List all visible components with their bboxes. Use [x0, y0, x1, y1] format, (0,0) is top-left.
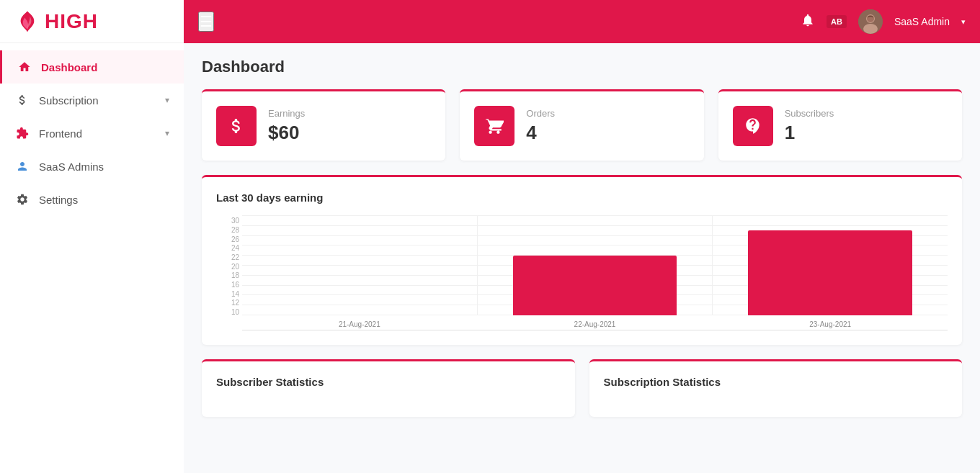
chart-section: Last 30 days earning 10 12 14 16 18 20 2…	[202, 175, 962, 345]
puzzle-icon	[14, 125, 30, 141]
sidebar-item-dashboard[interactable]: Dashboard	[0, 50, 184, 84]
sidebar-item-subscription[interactable]: Subscription ▾	[0, 84, 184, 117]
svg-point-2	[863, 24, 878, 34]
subscribers-info: Subscribers 1	[785, 108, 834, 144]
home-icon	[17, 59, 32, 75]
y-label: 12	[216, 299, 242, 307]
ab-badge[interactable]: AB	[827, 15, 847, 28]
sidebar-item-label: Subscription	[39, 94, 99, 107]
subscription-stats-title: Subscription Statistics	[604, 376, 948, 388]
avatar[interactable]	[858, 9, 883, 34]
chart-area: 21-Aug-2021 22-Aug-2021 23-Aug-2021	[242, 215, 948, 330]
cart-icon	[485, 117, 504, 135]
y-axis: 10 12 14 16 18 20 22 24 26 28 30	[216, 215, 242, 330]
y-label: 30	[216, 217, 242, 225]
topbar-right: AB SaaS Admin ▾	[801, 9, 966, 34]
logo-icon	[14, 9, 40, 35]
y-label: 28	[216, 226, 242, 234]
bottom-row: Subscriber Statistics Subscription Stati…	[202, 359, 962, 417]
sidebar-item-label: Frontend	[39, 127, 82, 140]
sidebar-nav: Dashboard Subscription ▾ Frontend ▾ SaaS…	[0, 43, 184, 223]
earnings-label: Earnings	[268, 108, 305, 119]
subscriber-stats-title: Subscriber Statistics	[216, 376, 561, 388]
y-label: 16	[216, 281, 242, 289]
avatar-image	[858, 9, 883, 34]
orders-icon-box	[474, 106, 514, 146]
user-icon	[14, 158, 30, 174]
content-area: Dashboard Earnings $60 Orders	[184, 43, 980, 473]
earnings-card: Earnings $60	[202, 89, 445, 161]
main-area: ☰ AB SaaS Admin ▾ Dashboard	[184, 0, 980, 473]
chart-container: 10 12 14 16 18 20 22 24 26 28 30	[216, 215, 948, 330]
username-label[interactable]: SaaS Admin	[894, 16, 950, 27]
y-label: 14	[216, 290, 242, 298]
logo-area: HIGH	[0, 0, 184, 43]
subscribers-icon-box	[733, 106, 773, 146]
bars-area: 21-Aug-2021 22-Aug-2021 23-Aug-2021	[242, 215, 948, 315]
chevron-down-icon: ▾	[165, 95, 169, 105]
earnings-icon-box	[216, 106, 257, 146]
sidebar-item-settings[interactable]: Settings	[0, 183, 184, 216]
sidebar: HIGH Dashboard Subscription ▾ Frontend ▾	[0, 0, 184, 473]
subscribers-label: Subscribers	[785, 108, 834, 119]
chart-title: Last 30 days earning	[216, 192, 948, 204]
orders-value: 4	[526, 122, 555, 144]
topbar: ☰ AB SaaS Admin ▾	[184, 0, 980, 43]
orders-card: Orders 4	[460, 89, 703, 161]
y-label: 10	[216, 308, 242, 316]
orders-info: Orders 4	[526, 108, 555, 144]
subscribers-value: 1	[785, 122, 834, 144]
bar-label-3: 23-Aug-2021	[809, 320, 851, 328]
hamburger-button[interactable]: ☰	[198, 12, 214, 32]
dollar-sign-icon	[227, 117, 246, 135]
bar-group-1: 21-Aug-2021	[242, 215, 478, 315]
y-label: 24	[216, 244, 242, 252]
sidebar-item-frontend[interactable]: Frontend ▾	[0, 117, 184, 150]
subscriber-stats-card: Subscriber Statistics	[202, 359, 575, 417]
y-label: 18	[216, 271, 242, 279]
sidebar-item-label: SaaS Admins	[39, 161, 104, 173]
orders-label: Orders	[526, 108, 555, 119]
bar-label-2: 22-Aug-2021	[574, 320, 616, 328]
notification-icon[interactable]	[801, 13, 815, 31]
bar-label-1: 21-Aug-2021	[339, 320, 380, 328]
bar-3	[748, 230, 912, 315]
subscription-stats-card: Subscription Statistics	[589, 359, 963, 417]
earnings-info: Earnings $60	[268, 108, 305, 144]
sidebar-item-label: Dashboard	[41, 61, 97, 73]
money-icon	[744, 117, 762, 135]
user-dropdown-icon[interactable]: ▾	[961, 17, 966, 27]
gear-icon	[14, 192, 30, 207]
y-label: 26	[216, 235, 242, 243]
chevron-down-icon: ▾	[165, 128, 169, 138]
page-title: Dashboard	[202, 58, 962, 76]
bar-2	[513, 256, 677, 315]
earnings-value: $60	[268, 122, 305, 144]
subscribers-card: Subscribers 1	[718, 89, 962, 161]
sidebar-item-label: Settings	[39, 194, 78, 206]
bar-group-2: 22-Aug-2021	[478, 215, 713, 315]
sidebar-item-saas-admins[interactable]: SaaS Admins	[0, 150, 184, 183]
dollar-icon	[14, 92, 30, 108]
logo-text: HIGH	[45, 10, 98, 33]
y-label: 22	[216, 253, 242, 261]
bar-group-3: 23-Aug-2021	[713, 215, 948, 315]
y-label: 20	[216, 263, 242, 271]
stats-row: Earnings $60 Orders 4 Su	[202, 89, 962, 161]
